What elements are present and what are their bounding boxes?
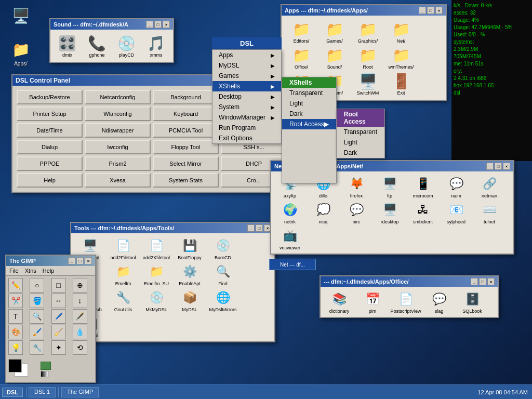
gimp-tool-10[interactable]: 🔍 — [30, 309, 44, 324]
gimp-tool-5[interactable]: ✂️ — [8, 294, 23, 308]
tool-emelfm[interactable]: 📁Emelfm — [108, 262, 139, 286]
dsl-menu-run[interactable]: Run Program — [212, 123, 281, 133]
xshells-dark[interactable]: Dark — [282, 109, 336, 119]
cp-btn-xvesa[interactable]: Xvesa — [85, 173, 151, 188]
gimp-maximize-btn[interactable]: □ — [76, 257, 84, 264]
gimp-xtns-menu[interactable]: Xtns — [24, 267, 37, 274]
cp-btn-iwconfig[interactable]: Iwconfig — [85, 140, 151, 154]
desktop-icon-apps[interactable]: 📁 Apps/ — [4, 39, 37, 66]
gimp-tool-2[interactable]: ○ — [30, 278, 44, 292]
xshells-light[interactable]: Light — [282, 98, 336, 109]
tools-window-titlebar[interactable]: Tools --- dfm:~/.dfmdesk/Apps/Tools/ _ □… — [71, 223, 274, 233]
office-dictionary[interactable]: 📚dictionary — [324, 290, 355, 314]
gimp-fg-color[interactable] — [8, 359, 22, 373]
tool-add2xfile[interactable]: 📄add2Xfiletool — [141, 236, 172, 260]
cp-btn-stats[interactable]: System Stats — [153, 173, 219, 188]
cp-btn-select-mirror[interactable]: Select Mirror — [153, 156, 219, 171]
cp-btn-pppoe[interactable]: PPPOE — [17, 156, 83, 171]
office-close-btn[interactable]: × — [487, 278, 495, 285]
net-firefox[interactable]: 🦊firefox — [341, 175, 372, 198]
office-maximize-btn[interactable]: □ — [479, 278, 486, 285]
sound-minimize-btn[interactable]: _ — [146, 21, 153, 28]
office-postscript[interactable]: 📄PostscriptView — [390, 290, 421, 314]
tool-mydsl[interactable]: 📦MyDSL — [174, 288, 205, 312]
office-window-titlebar[interactable]: --- dfm:~/.dfmdesk/Apps/Office/ _ □ × — [321, 276, 498, 287]
apps-switchwm[interactable]: 🖥️SwitchWM — [352, 72, 383, 96]
dsl-menu-windowmanager[interactable]: WindowManager ▶ — [212, 112, 281, 123]
net-smbclient[interactable]: 🖧smbclient — [407, 201, 438, 224]
dsl-menu-games[interactable]: Games ▶ — [212, 71, 281, 81]
tool-add2file[interactable]: 📄add2Filetool — [108, 236, 139, 260]
net-close-btn[interactable]: × — [503, 163, 510, 170]
dsl-menu-xshells[interactable]: XShells ▶ — [212, 81, 281, 91]
gimp-tool-1[interactable]: ✏️ — [8, 278, 23, 292]
sound-icon-dmix[interactable]: 🎛️ dmix — [55, 34, 80, 58]
gimp-tool-17[interactable]: 💡 — [8, 340, 23, 355]
sound-maximize-btn[interactable]: □ — [154, 21, 162, 28]
desktop-icon-computer[interactable]: 🖥️ — [4, 5, 37, 27]
gimp-tool-19[interactable]: ✦ — [51, 340, 66, 355]
apps-maximize-btn[interactable]: □ — [427, 7, 434, 14]
dsl-menu-apps[interactable]: Apps ▶ — [212, 50, 281, 60]
gimp-tool-13[interactable]: 🎨 — [8, 325, 23, 339]
tool-burncd[interactable]: 💿BurnCD — [207, 236, 238, 260]
tool-emelfm-su[interactable]: 📁Emelfm_SU — [141, 262, 172, 286]
taskbar-item-dsl1[interactable]: DSL 1 — [29, 387, 56, 397]
net-telnet[interactable]: ⌨️telnet — [474, 201, 505, 224]
net-nirc[interactable]: 💬nirc — [341, 201, 372, 224]
tools-maximize-btn[interactable]: □ — [256, 224, 263, 232]
taskbar-item-gimp[interactable]: The GIMP — [61, 387, 99, 397]
dsl-menu-desktop[interactable]: Desktop ▶ — [212, 91, 281, 102]
dsl-menu-mydsl[interactable]: MyDSL ▶ — [212, 60, 281, 71]
net-nicq[interactable]: 💭nicq — [308, 201, 339, 224]
net-netrik[interactable]: 🌍netrik — [274, 201, 305, 224]
apps-minimize-btn[interactable]: _ — [419, 7, 426, 14]
taskbar-start-btn[interactable]: DSL — [2, 388, 23, 397]
gimp-tool-15[interactable]: 🧹 — [51, 325, 66, 339]
xshells-root-access[interactable]: Root Access ▶ — [282, 119, 336, 129]
tool-bootfloppy[interactable]: 💾BootFloppy — [174, 236, 205, 260]
cp-btn-background[interactable]: Background — [153, 90, 219, 104]
cp-btn-datetime[interactable]: Date/Time — [17, 123, 83, 138]
dsl-menu-exit[interactable]: Exit Options — [212, 133, 281, 143]
tool-gnuutils[interactable]: 🔧GnuUtils — [108, 288, 139, 312]
net-netman[interactable]: 🔗netman — [474, 175, 505, 198]
cp-btn-wlan[interactable]: Wlanconfig — [85, 107, 151, 121]
tool-mkdsl[interactable]: 💿MkMyDSL — [141, 288, 172, 312]
gimp-tool-4[interactable]: ⊕ — [73, 278, 87, 292]
gimp-tool-8[interactable]: ↕ — [73, 294, 87, 308]
apps-exit[interactable]: 🚪Exit — [385, 72, 417, 96]
apps-net[interactable]: 📁Net/ — [385, 20, 417, 44]
gimp-tool-14[interactable]: 🖌️ — [30, 325, 44, 339]
apps-close-btn[interactable]: × — [435, 7, 443, 14]
sound-close-btn[interactable]: × — [163, 21, 170, 28]
dsl-menu-system[interactable]: System ▶ — [212, 102, 281, 112]
net-vncviewer[interactable]: 📺vncviewer — [274, 227, 305, 250]
cp-btn-help[interactable]: Help — [17, 173, 83, 188]
cp-btn-backup[interactable]: Backup/Restore — [17, 90, 83, 104]
net-maximize-btn[interactable]: □ — [495, 163, 502, 170]
cp-btn-floppy[interactable]: Floppy Tool — [153, 140, 219, 154]
tools-minimize-btn[interactable]: _ — [247, 224, 255, 232]
cp-btn-keyboard[interactable]: Keyboard — [153, 107, 219, 121]
office-pim[interactable]: 📅pim — [357, 290, 388, 314]
net-microcom[interactable]: 📱microcom — [407, 175, 438, 198]
cp-btn-dialup[interactable]: Dialup — [17, 140, 83, 154]
net-naim[interactable]: 💬naim — [441, 175, 472, 198]
net-rdesktop[interactable]: 🖥️rdesktop — [374, 201, 405, 224]
tool-mydslmirrors[interactable]: 🌐MyDslMirrors — [207, 288, 238, 312]
sound-icon-gphone[interactable]: 📞 gphone — [84, 34, 110, 58]
gimp-close-btn[interactable]: × — [85, 257, 92, 264]
gimp-tool-7[interactable]: ↔ — [51, 294, 66, 308]
root-light[interactable]: Light — [337, 137, 384, 148]
root-dark[interactable]: Dark — [337, 148, 384, 158]
apps-root[interactable]: 📁Root — [352, 46, 383, 70]
gimp-tool-9[interactable]: T — [8, 309, 23, 324]
gimp-tool-18[interactable]: 🔧 — [30, 340, 44, 355]
gimp-minimize-btn[interactable]: _ — [68, 257, 75, 264]
sound-icon-xmms[interactable]: 🎵 xmms — [143, 34, 169, 58]
gimp-tool-16[interactable]: 💧 — [73, 325, 87, 339]
gimp-help-menu[interactable]: Help — [42, 267, 56, 274]
gimp-pattern[interactable] — [41, 362, 51, 370]
cp-btn-prism2[interactable]: Prism2 — [85, 156, 151, 171]
